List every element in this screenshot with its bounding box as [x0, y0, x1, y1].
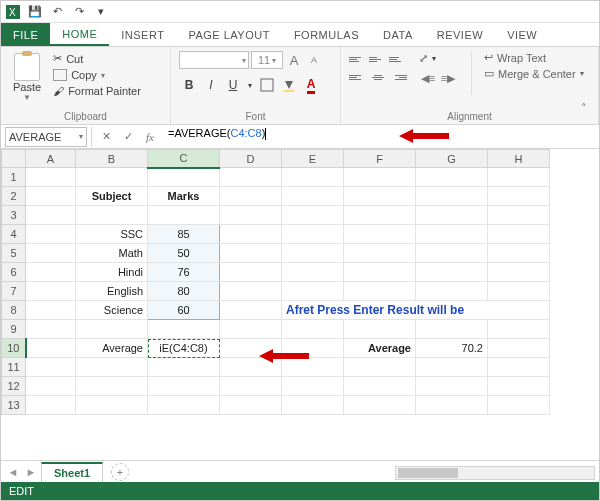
sheet-tab-sheet1[interactable]: Sheet1 — [41, 462, 103, 482]
cell-G2[interactable] — [416, 187, 488, 206]
cell-D12[interactable] — [220, 377, 282, 396]
cell-B5[interactable]: Math — [76, 244, 148, 263]
row-header-5[interactable]: 5 — [2, 244, 26, 263]
formula-input[interactable]: =AVERAGE(C4:C8) — [164, 127, 599, 147]
col-header-B[interactable]: B — [76, 150, 148, 168]
cell-F12[interactable] — [344, 377, 416, 396]
font-family-select[interactable]: ▾ — [179, 51, 249, 69]
cell-C2[interactable]: Marks — [148, 187, 220, 206]
cell-A8[interactable] — [26, 301, 76, 320]
cell-G5[interactable] — [416, 244, 488, 263]
cell-A2[interactable] — [26, 187, 76, 206]
cell-G9[interactable] — [416, 320, 488, 339]
cell-H5[interactable] — [488, 244, 550, 263]
cell-E5[interactable] — [282, 244, 344, 263]
cell-E6[interactable] — [282, 263, 344, 282]
cell-H3[interactable] — [488, 206, 550, 225]
cell-B3[interactable] — [76, 206, 148, 225]
tab-file[interactable]: FILE — [1, 23, 50, 46]
decrease-indent-button[interactable]: ◀≡ — [419, 69, 437, 87]
cell-B11[interactable] — [76, 358, 148, 377]
cell-H1[interactable] — [488, 168, 550, 187]
enter-formula-button[interactable]: ✓ — [118, 127, 138, 147]
cell-D9[interactable] — [220, 320, 282, 339]
cell-B7[interactable]: English — [76, 282, 148, 301]
cell-D2[interactable] — [220, 187, 282, 206]
cut-button[interactable]: ✂Cut — [51, 51, 143, 66]
cell-H9[interactable] — [488, 320, 550, 339]
underline-button[interactable]: U — [223, 75, 243, 95]
cell-G7[interactable] — [416, 282, 488, 301]
cell-F5[interactable] — [344, 244, 416, 263]
row-header-13[interactable]: 13 — [2, 396, 26, 415]
cell-D3[interactable] — [220, 206, 282, 225]
cell-D7[interactable] — [220, 282, 282, 301]
cell-C5[interactable]: 50 — [148, 244, 220, 263]
italic-button[interactable]: I — [201, 75, 221, 95]
copy-button[interactable]: Copy▾ — [51, 68, 143, 82]
col-header-H[interactable]: H — [488, 150, 550, 168]
cell-B6[interactable]: Hindi — [76, 263, 148, 282]
cell-F10[interactable]: Average — [344, 339, 416, 358]
fill-color-button[interactable] — [279, 75, 299, 95]
cell-C10[interactable]: iE(C4:C8) — [148, 339, 220, 358]
select-all-corner[interactable] — [2, 150, 26, 168]
row-header-6[interactable]: 6 — [2, 263, 26, 282]
tab-data[interactable]: DATA — [371, 23, 425, 46]
font-size-select[interactable]: 11▾ — [251, 51, 283, 69]
row-header-4[interactable]: 4 — [2, 225, 26, 244]
row-header-2[interactable]: 2 — [2, 187, 26, 206]
font-color-button[interactable]: A — [301, 75, 321, 95]
row-header-7[interactable]: 7 — [2, 282, 26, 301]
row-header-1[interactable]: 1 — [2, 168, 26, 187]
cell-D8[interactable] — [220, 301, 282, 320]
worksheet-grid[interactable]: ABCDEFGH12SubjectMarks34SSC855Math506Hin… — [1, 149, 599, 459]
cell-H2[interactable] — [488, 187, 550, 206]
cell-F7[interactable] — [344, 282, 416, 301]
sheet-nav-prev[interactable]: ◄ — [5, 464, 21, 480]
cell-E13[interactable] — [282, 396, 344, 415]
align-middle-button[interactable] — [369, 51, 387, 67]
col-header-A[interactable]: A — [26, 150, 76, 168]
cell-B13[interactable] — [76, 396, 148, 415]
save-icon[interactable]: 💾 — [27, 4, 43, 20]
row-header-8[interactable]: 8 — [2, 301, 26, 320]
cell-C7[interactable]: 80 — [148, 282, 220, 301]
cell-E4[interactable] — [282, 225, 344, 244]
cell-C9[interactable] — [148, 320, 220, 339]
cell-D5[interactable] — [220, 244, 282, 263]
cell-H13[interactable] — [488, 396, 550, 415]
align-top-button[interactable] — [349, 51, 367, 67]
align-right-button[interactable] — [389, 69, 407, 85]
cell-E3[interactable] — [282, 206, 344, 225]
cell-C11[interactable] — [148, 358, 220, 377]
grow-font-button[interactable]: A — [285, 51, 303, 69]
cell-G3[interactable] — [416, 206, 488, 225]
cell-B12[interactable] — [76, 377, 148, 396]
cell-A9[interactable] — [26, 320, 76, 339]
cell-A3[interactable] — [26, 206, 76, 225]
cancel-formula-button[interactable]: ✕ — [96, 127, 116, 147]
cell-C13[interactable] — [148, 396, 220, 415]
cell-A12[interactable] — [26, 377, 76, 396]
align-center-button[interactable] — [369, 69, 387, 85]
cell-C12[interactable] — [148, 377, 220, 396]
paste-button[interactable]: Paste ▼ — [9, 51, 45, 104]
name-box[interactable]: AVERAGE▾ — [5, 127, 87, 147]
row-header-11[interactable]: 11 — [2, 358, 26, 377]
cell-E1[interactable] — [282, 168, 344, 187]
cell-F4[interactable] — [344, 225, 416, 244]
underline-menu-icon[interactable]: ▾ — [245, 75, 255, 95]
cell-F11[interactable] — [344, 358, 416, 377]
borders-button[interactable] — [257, 75, 277, 95]
insert-function-button[interactable]: fx — [140, 127, 160, 147]
merge-center-button[interactable]: ▭Merge & Center▾ — [484, 67, 584, 80]
cell-G12[interactable] — [416, 377, 488, 396]
cell-D6[interactable] — [220, 263, 282, 282]
cell-F1[interactable] — [344, 168, 416, 187]
tab-review[interactable]: REVIEW — [425, 23, 495, 46]
cell-F2[interactable] — [344, 187, 416, 206]
cell-A1[interactable] — [26, 168, 76, 187]
cell-A11[interactable] — [26, 358, 76, 377]
cell-A5[interactable] — [26, 244, 76, 263]
